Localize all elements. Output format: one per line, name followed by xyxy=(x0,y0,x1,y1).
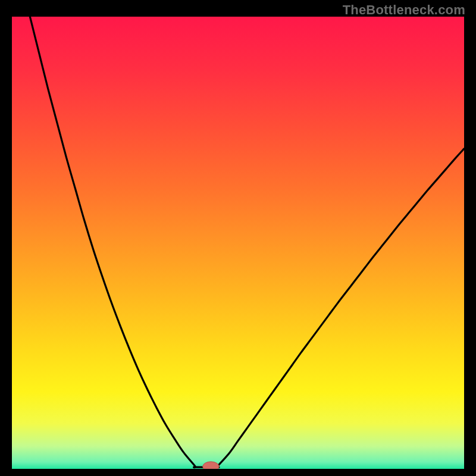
optimum-marker xyxy=(203,462,219,469)
chart-frame: TheBottleneck.com xyxy=(0,0,476,476)
chart-svg xyxy=(12,17,464,469)
watermark-text: TheBottleneck.com xyxy=(343,2,465,18)
plot-area xyxy=(12,17,464,469)
gradient-background xyxy=(12,17,464,469)
